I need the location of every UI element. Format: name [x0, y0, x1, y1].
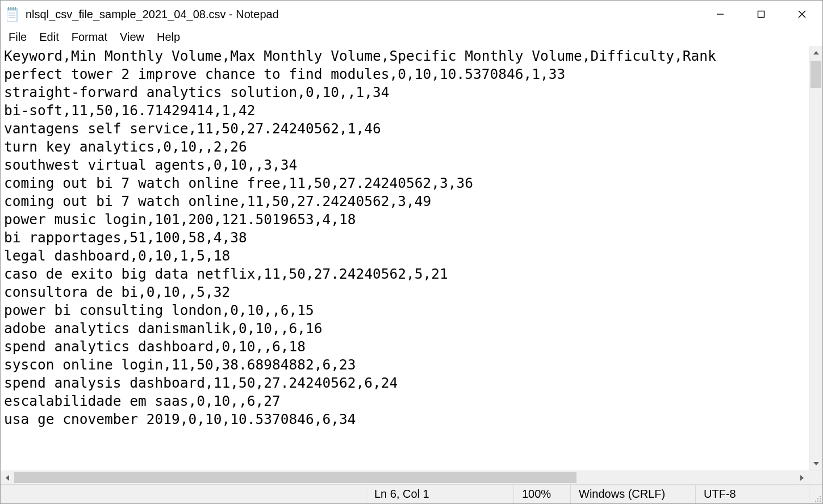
- menu-help[interactable]: Help: [151, 30, 186, 45]
- menu-edit[interactable]: Edit: [34, 30, 64, 45]
- menubar: File Edit Format View Help: [1, 28, 822, 46]
- client-area: [1, 46, 822, 471]
- scroll-down-arrow-icon[interactable]: [809, 457, 822, 471]
- svg-point-20: [815, 501, 816, 502]
- status-zoom: 100%: [513, 485, 570, 503]
- menu-file[interactable]: File: [3, 30, 32, 45]
- horizontal-scrollbar[interactable]: [1, 471, 822, 484]
- close-button[interactable]: [782, 1, 822, 28]
- svg-marker-13: [813, 51, 819, 54]
- svg-marker-15: [6, 475, 9, 481]
- titlebar[interactable]: nlsql_csv_file_sample_2021_04_08.csv - N…: [1, 1, 822, 28]
- window-title: nlsql_csv_file_sample_2021_04_08.csv - N…: [26, 8, 700, 21]
- scrollbar-corner: [809, 471, 822, 484]
- svg-rect-10: [758, 11, 764, 18]
- vertical-scroll-thumb[interactable]: [811, 61, 821, 88]
- svg-rect-4: [12, 7, 14, 10]
- status-line-ending: Windows (CRLF): [570, 485, 695, 503]
- horizontal-scroll-thumb[interactable]: [14, 472, 576, 483]
- scroll-up-arrow-icon[interactable]: [809, 46, 822, 60]
- window-controls: [700, 1, 822, 28]
- svg-marker-16: [800, 475, 804, 481]
- horizontal-scroll-track[interactable]: [14, 471, 795, 484]
- status-caret-position: Ln 6, Col 1: [366, 485, 513, 503]
- notepad-app-icon: [6, 7, 20, 21]
- svg-rect-3: [10, 7, 11, 10]
- maximize-button[interactable]: [741, 1, 782, 28]
- scroll-right-arrow-icon[interactable]: [795, 471, 809, 484]
- text-editor[interactable]: [1, 46, 809, 471]
- minimize-button[interactable]: [700, 1, 741, 28]
- menu-view[interactable]: View: [114, 30, 150, 45]
- status-spacer: [1, 485, 366, 503]
- vertical-scrollbar[interactable]: [809, 46, 822, 471]
- svg-point-17: [820, 496, 821, 497]
- scroll-left-arrow-icon[interactable]: [1, 471, 14, 484]
- status-encoding: UTF-8: [695, 485, 809, 503]
- resize-grip-icon[interactable]: [809, 485, 822, 503]
- svg-point-22: [820, 501, 821, 502]
- notepad-window: nlsql_csv_file_sample_2021_04_08.csv - N…: [0, 0, 823, 504]
- svg-point-19: [820, 498, 821, 499]
- svg-rect-5: [15, 7, 16, 10]
- svg-rect-2: [8, 7, 9, 10]
- statusbar: Ln 6, Col 1 100% Windows (CRLF) UTF-8: [1, 484, 822, 503]
- svg-point-21: [817, 501, 818, 502]
- svg-marker-14: [813, 462, 819, 465]
- svg-point-18: [817, 498, 818, 499]
- menu-format[interactable]: Format: [66, 30, 113, 45]
